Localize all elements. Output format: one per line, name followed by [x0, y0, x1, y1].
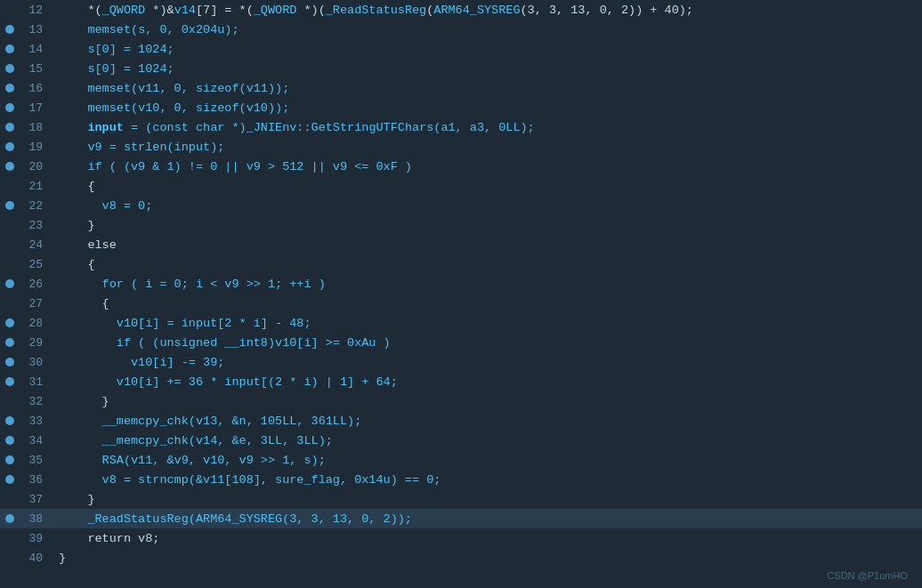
code-line: 36 v8 = strncmp(&v11[108], sure_flag, 0x… [0, 470, 922, 489]
line-number: 24 [20, 238, 52, 252]
line-dot [0, 455, 20, 464]
code-line: 33 __memcpy_chk(v13, &n, 105LL, 361LL); [0, 411, 922, 431]
line-number: 40 [20, 552, 52, 565]
line-content: } [52, 395, 922, 408]
breakpoint-dot[interactable] [5, 25, 14, 34]
token: input [87, 121, 124, 134]
code-line: 17 memset(v10, 0, sizeof(v10)); [0, 98, 922, 117]
line-content: } [52, 493, 922, 506]
token: for ( i = 0; i < v9 >> 1; ++i ) [59, 278, 326, 291]
line-content: } [52, 552, 922, 565]
line-dot [0, 416, 20, 425]
token: ARM64_SYSREG [433, 4, 520, 17]
breakpoint-dot[interactable] [5, 279, 14, 288]
line-number: 30 [20, 356, 52, 369]
code-line: 34 __memcpy_chk(v14, &e, 3LL, 3LL); [0, 431, 922, 450]
code-line: 13 memset(s, 0, 0x204u); [0, 20, 922, 39]
line-number: 21 [20, 180, 52, 193]
breakpoint-dot[interactable] [5, 64, 14, 73]
token: ); [224, 23, 239, 36]
token: = (const char *) [124, 121, 247, 134]
breakpoint-dot[interactable] [5, 377, 14, 386]
token: (3, 3, 13, 0, 2)) + 40); [521, 4, 693, 17]
line-dot [0, 103, 20, 112]
code-line: 39 return v8; [0, 528, 922, 548]
watermark: CSDN @P1umHO [827, 570, 908, 581]
code-line: 26 for ( i = 0; i < v9 >> 1; ++i ) [0, 274, 922, 294]
code-line: 32 } [0, 391, 922, 411]
breakpoint-dot[interactable] [5, 338, 14, 347]
breakpoint-dot[interactable] [5, 201, 14, 210]
line-content: memset(v11, 0, sizeof(v11)); [52, 82, 922, 95]
line-content: s[0] = 1024; [52, 43, 922, 56]
code-line: 31 v10[i] += 36 * input[(2 * i) | 1] + 6… [0, 372, 922, 391]
breakpoint-dot[interactable] [5, 84, 14, 93]
code-line: 23 } [0, 215, 922, 235]
code-line: 15 s[0] = 1024; [0, 59, 922, 78]
token: v9 = strlen(input); [59, 141, 224, 154]
line-number: 12 [20, 4, 52, 17]
line-dot [0, 436, 20, 445]
line-content: s[0] = 1024; [52, 62, 922, 76]
line-dot [0, 279, 20, 288]
token: __memcpy_chk(v14, &e, 3LL, 3LL); [59, 434, 333, 447]
breakpoint-dot[interactable] [5, 142, 14, 151]
token: 0x204u [182, 23, 225, 36]
token: { [59, 180, 95, 193]
code-line: 12 *(_QWORD *)&v14[7] = *(_QWORD *)(_Rea… [0, 0, 922, 20]
breakpoint-dot[interactable] [5, 123, 14, 132]
token: { [59, 297, 109, 310]
line-number: 34 [20, 434, 52, 447]
line-content: for ( i = 0; i < v9 >> 1; ++i ) [52, 278, 922, 291]
token: _QWORD [102, 4, 146, 17]
line-number: 14 [20, 43, 52, 56]
code-line: 18 input = (const char *)_JNIEnv::GetStr… [0, 117, 922, 137]
breakpoint-dot[interactable] [5, 436, 14, 445]
token: s[0] = 1024; [59, 62, 174, 76]
line-content: _ReadStatusReg(ARM64_SYSREG(3, 3, 13, 0,… [52, 512, 922, 526]
code-line: 19 v9 = strlen(input); [0, 137, 922, 157]
token: if ( (v9 & 1) != 0 || v9 > 512 || v9 <= … [59, 160, 412, 173]
line-dot [0, 44, 20, 53]
breakpoint-dot[interactable] [5, 44, 14, 53]
line-dot [0, 338, 20, 347]
breakpoint-dot[interactable] [5, 318, 14, 327]
token: v8 = strncmp(&v11[108], sure_flag, 0x14u… [59, 473, 441, 487]
line-number: 18 [20, 121, 52, 134]
line-number: 26 [20, 278, 52, 291]
line-number: 29 [20, 336, 52, 350]
token: else [59, 238, 117, 252]
line-number: 15 [20, 62, 52, 76]
breakpoint-dot[interactable] [5, 514, 14, 523]
breakpoint-dot[interactable] [5, 162, 14, 171]
token [59, 121, 87, 134]
line-number: 22 [20, 199, 52, 213]
token: s[0] = 1024; [59, 43, 174, 56]
breakpoint-dot[interactable] [5, 416, 14, 425]
line-content: v8 = 0; [52, 199, 922, 213]
code-line: 24 else [0, 235, 922, 254]
line-content: v10[i] += 36 * input[(2 * i) | 1] + 64; [52, 375, 922, 389]
line-number: 31 [20, 375, 52, 389]
breakpoint-dot[interactable] [5, 455, 14, 464]
code-line: 37 } [0, 489, 922, 509]
code-line: 27 { [0, 294, 922, 313]
token: v10[i] -= 39; [59, 356, 224, 369]
line-number: 33 [20, 415, 52, 428]
line-dot [0, 123, 20, 132]
breakpoint-dot[interactable] [5, 358, 14, 366]
breakpoint-dot[interactable] [5, 103, 14, 112]
code-line: 40} [0, 548, 922, 568]
token: if ( (unsigned __int8)v10[i] >= 0xAu ) [59, 336, 391, 350]
token: v10[i] += 36 * input[(2 * i) | 1] + 64; [59, 375, 398, 389]
token: __memcpy_chk(v13, &n, 105LL, 361LL); [59, 415, 361, 428]
line-number: 39 [20, 532, 52, 545]
line-content: memset(s, 0, 0x204u); [52, 23, 922, 36]
token: _ReadStatusReg [326, 4, 426, 17]
token: } [59, 395, 109, 408]
token: *)( [296, 4, 325, 17]
line-content: { [52, 180, 922, 193]
line-number: 13 [20, 23, 52, 36]
breakpoint-dot[interactable] [5, 475, 14, 484]
line-dot [0, 358, 20, 366]
